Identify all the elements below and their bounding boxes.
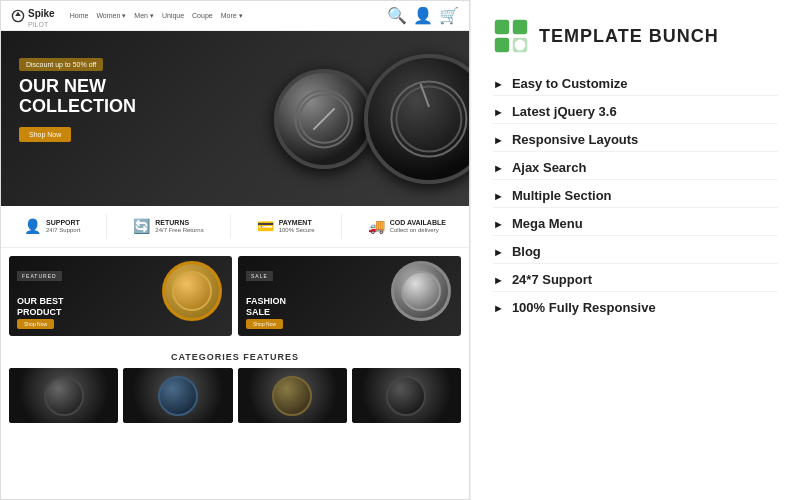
- nav-links: Home Women ▾ Men ▾ Unique Coupe More ▾: [70, 12, 243, 20]
- left-panel: Spike PILOT Home Women ▾ Men ▾ Unique Co…: [0, 0, 470, 500]
- logo-area: Spike PILOT: [11, 3, 55, 28]
- cat-watch-2: [158, 376, 198, 416]
- cart-icon[interactable]: 🛒: [439, 6, 459, 25]
- feature-support: 👤 SUPPORT24/7 Support: [24, 218, 80, 235]
- discount-badge: Discount up to 50% off: [19, 58, 103, 71]
- feature-item-0: ► Easy to Customize: [493, 72, 778, 96]
- category-item-4[interactable]: [352, 368, 461, 423]
- product-watch-silver: [386, 261, 456, 331]
- product-shop-btn-fashion[interactable]: Shop Now: [246, 319, 283, 329]
- nav-home[interactable]: Home: [70, 12, 89, 19]
- features-list: ► Easy to Customize ► Latest jQuery 3.6 …: [493, 72, 778, 319]
- feature-item-2: ► Responsive Layouts: [493, 128, 778, 152]
- category-item-1[interactable]: [9, 368, 118, 423]
- categories-section: CATEGORIES FEATURES: [1, 344, 469, 431]
- logo-text: Spike: [28, 8, 55, 19]
- product-card-best-label: featured: [17, 264, 62, 282]
- product-title-fashion: FASHIONSALE: [246, 296, 286, 318]
- hero-title-line2: COLLECTION: [19, 96, 136, 116]
- hero-content: Discount up to 50% off OUR NEW COLLECTIO…: [19, 53, 136, 142]
- categories-title: CATEGORIES FEATURES: [9, 352, 461, 362]
- hero-title-line1: OUR NEW: [19, 76, 106, 96]
- feature-cod: 🚚 COD AVAILABLECollect on delivery: [368, 218, 446, 235]
- navbar: Spike PILOT Home Women ▾ Men ▾ Unique Co…: [1, 1, 469, 31]
- feature-item-6: ► Blog: [493, 240, 778, 264]
- payment-icon: 💳: [257, 218, 274, 234]
- arrow-icon-6: ►: [493, 246, 504, 258]
- divider-2: [230, 214, 231, 239]
- hero-title: OUR NEW COLLECTION: [19, 77, 136, 117]
- feature-item-3: ► Ajax Search: [493, 156, 778, 180]
- category-item-3[interactable]: [238, 368, 347, 423]
- nav-icons: 🔍 👤 🛒: [387, 6, 459, 25]
- arrow-icon-3: ►: [493, 162, 504, 174]
- product-title-best: OUR BESTPRODUCT: [17, 296, 64, 318]
- nav-coupe[interactable]: Coupe: [192, 12, 213, 19]
- categories-grid: [9, 368, 461, 423]
- feature-item-1: ► Latest jQuery 3.6: [493, 100, 778, 124]
- template-bunch-icon: [493, 18, 529, 54]
- hero-shop-button[interactable]: Shop Now: [19, 127, 71, 142]
- brand-logo-area: TEMPLATE BUNCH: [493, 18, 778, 54]
- feature-item-8: ► 100% Fully Responsive: [493, 296, 778, 319]
- feature-returns: 🔄 RETURNS24/7 Free Returns: [133, 218, 203, 235]
- arrow-icon-5: ►: [493, 218, 504, 230]
- feature-label-8: 100% Fully Responsive: [512, 300, 656, 315]
- cat-watch-4: [386, 376, 426, 416]
- feature-label-4: Multiple Section: [512, 188, 612, 203]
- divider-3: [341, 214, 342, 239]
- product-tag-sale: sale: [246, 271, 273, 281]
- divider-1: [106, 214, 107, 239]
- brand-name: TEMPLATE BUNCH: [539, 26, 719, 47]
- svg-point-5: [515, 40, 526, 51]
- hero-watches: [274, 31, 469, 206]
- feature-label-2: Responsive Layouts: [512, 132, 638, 147]
- feature-label-6: Blog: [512, 244, 541, 259]
- features-bar: 👤 SUPPORT24/7 Support 🔄 RETURNS24/7 Free…: [1, 206, 469, 248]
- watch-circle-gold: [162, 261, 222, 321]
- arrow-icon-1: ►: [493, 106, 504, 118]
- feature-label-0: Easy to Customize: [512, 76, 628, 91]
- nav-men[interactable]: Men ▾: [134, 12, 154, 20]
- product-tag-featured: featured: [17, 271, 62, 281]
- svg-rect-1: [495, 20, 509, 34]
- hero-watch-large: [364, 54, 469, 184]
- right-panel: TEMPLATE BUNCH ► Easy to Customize ► Lat…: [470, 0, 800, 500]
- cat-watch-3: [272, 376, 312, 416]
- feature-item-7: ► 24*7 Support: [493, 268, 778, 292]
- feature-support-text: SUPPORT24/7 Support: [46, 218, 80, 235]
- product-card-best: featured OUR BESTPRODUCT Shop Now: [9, 256, 232, 336]
- nav-women[interactable]: Women ▾: [96, 12, 126, 20]
- arrow-icon-7: ►: [493, 274, 504, 286]
- watch-circle-silver: [391, 261, 451, 321]
- product-card-fashion-label: sale: [246, 264, 273, 282]
- nav-unique[interactable]: Unique: [162, 12, 184, 19]
- feature-cod-text: COD AVAILABLECollect on delivery: [390, 218, 446, 235]
- hero-watch-medium: [274, 69, 374, 169]
- arrow-icon-8: ►: [493, 302, 504, 314]
- account-icon[interactable]: 👤: [413, 6, 433, 25]
- support-icon: 👤: [24, 218, 41, 234]
- nav-more[interactable]: More ▾: [221, 12, 243, 20]
- spike-logo-icon: [11, 9, 25, 23]
- feature-label-1: Latest jQuery 3.6: [512, 104, 617, 119]
- cat-watch-1: [44, 376, 84, 416]
- feature-label-5: Mega Menu: [512, 216, 583, 231]
- cod-icon: 🚚: [368, 218, 385, 234]
- svg-rect-3: [495, 38, 509, 52]
- feature-returns-text: RETURNS24/7 Free Returns: [155, 218, 203, 235]
- hero-banner: Discount up to 50% off OUR NEW COLLECTIO…: [1, 31, 469, 206]
- category-item-2[interactable]: [123, 368, 232, 423]
- feature-payment: 💳 PAYMENT100% Secure: [257, 218, 315, 235]
- arrow-icon-4: ►: [493, 190, 504, 202]
- feature-item-4: ► Multiple Section: [493, 184, 778, 208]
- product-shop-btn-best[interactable]: Shop Now: [17, 319, 54, 329]
- feature-payment-text: PAYMENT100% Secure: [279, 218, 315, 235]
- product-card-fashion: sale FASHIONSALE Shop Now: [238, 256, 461, 336]
- svg-rect-2: [513, 20, 527, 34]
- feature-item-5: ► Mega Menu: [493, 212, 778, 236]
- product-row: featured OUR BESTPRODUCT Shop Now sale F…: [1, 248, 469, 344]
- product-watch-gold: [157, 261, 227, 331]
- search-icon[interactable]: 🔍: [387, 6, 407, 25]
- feature-label-3: Ajax Search: [512, 160, 586, 175]
